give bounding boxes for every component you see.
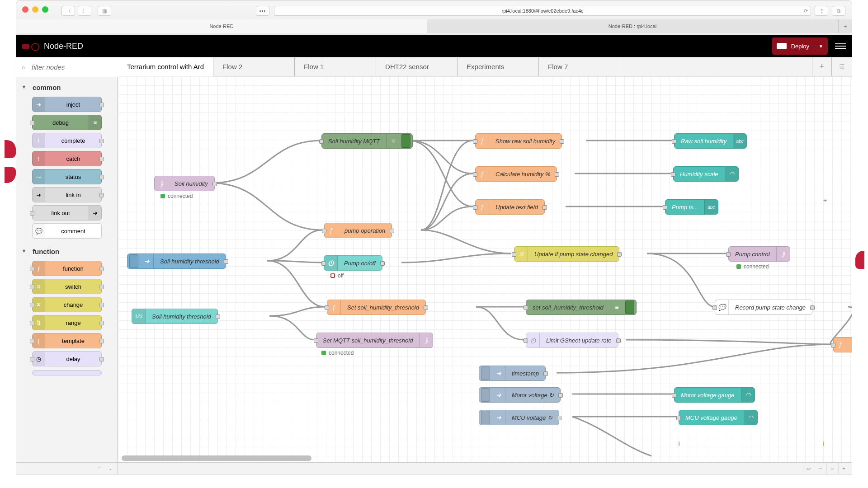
palette-node-complete[interactable]: !complete <box>32 133 102 148</box>
node-mqtt-in[interactable]: ⸩Soil humidity <box>154 176 215 191</box>
palette-node-partial[interactable] <box>32 370 102 375</box>
node-function[interactable]: ƒSet soil_humidity_threshold <box>327 300 426 315</box>
filter-nodes-input[interactable] <box>16 57 123 77</box>
node-mqtt-out[interactable]: Set MQTT soil_humidity_threshold⸩ <box>316 333 433 348</box>
palette-category[interactable]: common <box>16 77 118 94</box>
bg-decor <box>5 140 16 158</box>
browser-tab[interactable]: Node-RED <box>16 19 427 33</box>
forward-button[interactable]: 〉 <box>78 6 91 16</box>
horizontal-scrollbar[interactable] <box>122 455 311 461</box>
flow-tab[interactable]: Terrarium control with Ard <box>118 57 213 76</box>
gauge-icon: ◠ <box>748 414 753 421</box>
comment-icon: 💬 <box>718 304 726 311</box>
tabs-button[interactable]: ⧉ <box>832 6 845 16</box>
inject-button[interactable] <box>481 388 490 402</box>
node-ui-text[interactable]: Pump is...abc <box>665 199 718 215</box>
palette-node-status[interactable]: ⁓status <box>32 169 102 184</box>
palette-node-link-in[interactable]: ➜link in <box>32 187 102 202</box>
node-delay[interactable]: ◷Limit GSheet update rate <box>526 333 618 348</box>
extensions-button[interactable]: ••• <box>256 6 269 16</box>
close-window-icon[interactable] <box>22 6 28 13</box>
palette-node-delay[interactable]: ◷delay <box>32 351 102 366</box>
navigator-button[interactable]: ▱ <box>803 463 814 474</box>
node-function[interactable]: ƒPrepa <box>833 337 852 352</box>
node-ui-slider[interactable]: ➜Soil humidity threshold <box>127 253 226 269</box>
reload-icon[interactable]: ⟳ <box>804 8 808 14</box>
node-function[interactable]: ƒUpdate text field <box>475 199 545 215</box>
node-switch[interactable]: ⤭Update if pump state changed <box>514 246 619 262</box>
flow-tab[interactable]: Flow 2 <box>213 57 295 76</box>
add-flow-button[interactable]: + <box>812 57 832 76</box>
palette-node-debug[interactable]: debug≡ <box>32 115 102 130</box>
minimize-window-icon[interactable] <box>32 6 38 13</box>
inject-button[interactable] <box>481 366 490 380</box>
node-ui-text[interactable]: Raw soil humidityabc <box>674 133 747 149</box>
bg-decor <box>855 251 864 269</box>
window-controls[interactable] <box>22 6 48 13</box>
palette-node-template[interactable]: {template <box>32 333 102 348</box>
palette-collapse-button[interactable]: ⌃ <box>95 463 104 474</box>
node-function[interactable]: ƒpump operation <box>324 223 392 238</box>
palette-node-function[interactable]: ƒfunction <box>32 261 102 276</box>
node-function[interactable]: ƒShow raw soil humidity <box>475 133 562 149</box>
deploy-label: Deploy <box>791 43 809 50</box>
node-comment[interactable]: 💬Record pump state change <box>715 300 812 315</box>
node-ui-switch[interactable]: ⏻Pump on/off <box>324 255 382 271</box>
node-ui-gauge[interactable]: Motor voltage gauge◠ <box>674 387 755 403</box>
zoom-in-button[interactable]: + <box>838 463 849 474</box>
new-browser-tab-button[interactable]: + <box>838 19 852 33</box>
hamburger-menu-button[interactable] <box>835 43 846 49</box>
palette-category[interactable]: function <box>16 241 118 258</box>
address-bar[interactable]: rpi4.local:1880/#flow/c02ebde9.fac4c ⟳ <box>274 6 811 16</box>
node-red-icon <box>22 43 39 49</box>
debug-toggle-button[interactable] <box>401 134 410 148</box>
palette-node-comment[interactable]: 💬comment <box>32 223 102 239</box>
node-debug[interactable]: Soil humidity MQTT≡ <box>321 133 413 149</box>
deploy-button[interactable]: Deploy ▼ <box>772 38 828 55</box>
palette-node-range[interactable]: ⇅range <box>32 315 102 330</box>
inject-button[interactable] <box>481 411 490 424</box>
palette-node-inject[interactable]: ➜inject <box>32 97 102 112</box>
node-status: off <box>330 272 344 279</box>
flow-tab[interactable]: Experiments <box>458 57 539 76</box>
back-button[interactable]: 〈 <box>61 6 75 16</box>
palette-node-change[interactable]: ✕change <box>32 297 102 312</box>
inject-button[interactable] <box>129 254 138 268</box>
zoom-window-icon[interactable] <box>42 6 48 13</box>
palette-node-switch[interactable]: ⤭switch <box>32 279 102 294</box>
node-inject[interactable]: ➜MCU voltage ↻ <box>479 410 559 425</box>
node-inject[interactable]: ➜timestamp <box>479 366 546 381</box>
comment-icon: 💬 <box>35 228 42 235</box>
node-ui-gauge[interactable]: MCU voltage gauge◠ <box>679 410 758 425</box>
node-partial[interactable] <box>823 441 824 446</box>
list-flows-button[interactable]: ☰ <box>832 57 852 76</box>
flow-tab[interactable]: DHT22 sensor <box>376 57 458 76</box>
node-inject[interactable]: ➜Motor voltage ↻ <box>479 387 561 403</box>
template-icon: { <box>38 338 39 344</box>
arrow-right-icon: ➜ <box>93 210 98 216</box>
node-function[interactable]: ƒCalculate humidity % <box>475 166 557 182</box>
node-ui-gauge[interactable]: Humidity scale◠ <box>673 166 739 182</box>
share-button[interactable]: ⇪ <box>815 6 828 16</box>
palette-node-catch[interactable]: !catch <box>32 151 102 166</box>
bg-decor <box>5 167 16 183</box>
browser-tab[interactable]: Node-RED : rpi4.local <box>427 19 838 33</box>
flow-canvas[interactable]: ⸩Soil humidity connected Soil humidity M… <box>118 76 852 462</box>
node-debug[interactable]: set soil_humidity_threshold≡ <box>526 300 637 315</box>
debug-toggle-button[interactable] <box>625 300 634 314</box>
gauge-icon: ◠ <box>729 170 734 178</box>
clock-icon: ◷ <box>530 337 536 344</box>
debug-icon: ≡ <box>94 119 97 126</box>
numeric-icon: 123 <box>135 314 142 319</box>
node-mqtt-out[interactable]: Pump control⸩ <box>728 246 790 262</box>
flow-tab[interactable]: Flow 7 <box>539 57 620 76</box>
flow-tab[interactable]: Flow 1 <box>295 57 376 76</box>
zoom-reset-button[interactable]: ○ <box>826 463 837 474</box>
chevron-down-icon[interactable]: ▼ <box>814 44 823 49</box>
palette-node-link-out[interactable]: link out➜ <box>32 205 102 221</box>
zoom-out-button[interactable]: − <box>815 463 826 474</box>
palette-expand-button[interactable]: ⌄ <box>106 463 115 474</box>
node-partial[interactable] <box>679 441 679 446</box>
node-ui-numeric[interactable]: 123Soil humidity threshold <box>132 309 218 324</box>
sidebar-button[interactable]: ▥ <box>98 6 111 16</box>
